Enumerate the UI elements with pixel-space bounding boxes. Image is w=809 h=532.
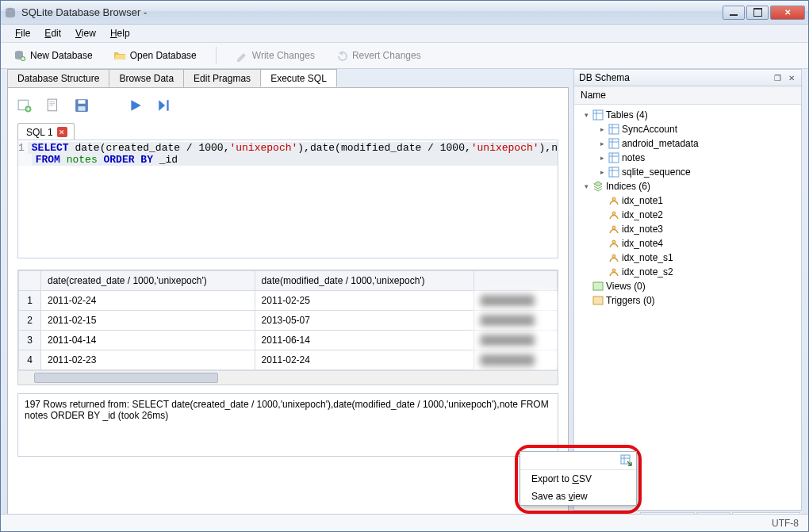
tree-table-item[interactable]: ▸android_metadata <box>576 136 799 151</box>
sql-tab-label: SQL 1 <box>26 127 53 138</box>
table-icon <box>608 166 619 178</box>
open-database-button[interactable]: Open Database <box>109 47 201 64</box>
row-number: 3 <box>19 331 41 350</box>
cell-created[interactable]: 2011-02-15 <box>41 311 255 331</box>
row-number: 4 <box>19 350 41 370</box>
expand-icon[interactable]: ▸ <box>598 154 606 162</box>
new-database-button[interactable]: New Database <box>9 47 98 64</box>
maximize-button[interactable] <box>746 6 769 20</box>
cell-modified[interactable]: 2011-06-14 <box>255 331 474 350</box>
close-button[interactable] <box>770 6 805 20</box>
run-line-icon[interactable] <box>157 98 171 113</box>
sql-editor[interactable]: 1SELECT date(created_date / 1000,'unixep… <box>17 140 558 258</box>
tab-edit-pragmas[interactable]: Edit Pragmas <box>183 69 261 87</box>
tree-index-item[interactable]: idx_note_s1 <box>576 251 799 265</box>
row-number: 2 <box>19 311 41 331</box>
menu-help[interactable]: Help <box>104 26 136 40</box>
cell-note[interactable]: ████████ <box>474 291 557 311</box>
svg-rect-22 <box>593 297 603 304</box>
results-header-2[interactable]: date(modified_date / 1000,'unixepoch') <box>255 271 474 291</box>
table-row[interactable]: 12011-02-242011-02-25████████ <box>19 291 558 311</box>
tree-table-item[interactable]: ▸sqlite_sequence <box>576 165 799 179</box>
cell-modified[interactable]: 2011-02-24 <box>255 350 474 370</box>
sql-toolbar <box>17 96 558 115</box>
titlebar: SQLite Database Browser - <box>1 1 808 25</box>
results-horizontal-scrollbar[interactable] <box>18 370 558 385</box>
tree-index-item[interactable]: idx_note4 <box>576 236 799 251</box>
table-row[interactable]: 22011-02-152013-05-07████████ <box>19 311 558 331</box>
expand-icon[interactable]: ▸ <box>598 125 606 133</box>
results-header-1[interactable]: date(created_date / 1000,'unixepoch') <box>41 271 255 291</box>
tree-tables-label: Tables (4) <box>606 109 648 121</box>
save-as-view-menuitem[interactable]: Save as view <box>520 488 636 505</box>
results-table[interactable]: date(created_date / 1000,'unixepoch') da… <box>17 270 558 385</box>
cell-created[interactable]: 2011-02-24 <box>41 291 255 311</box>
tree-column-header[interactable]: Name <box>574 86 801 105</box>
cell-created[interactable]: 2011-02-23 <box>41 350 255 370</box>
export-context-menu-highlight: Export to CSV Save as view <box>515 445 642 514</box>
tab-execute-sql[interactable]: Execute SQL <box>260 69 337 87</box>
tree-tables-node[interactable]: ▾ Tables (4) <box>576 108 799 122</box>
svg-rect-13 <box>609 153 619 163</box>
db-schema-panel-title: DB Schema ❐ ✕ <box>573 69 802 86</box>
tree-index-item[interactable]: idx_note1 <box>576 193 799 208</box>
cell-modified[interactable]: 2013-05-07 <box>255 311 474 331</box>
tree-item-label: SyncAccount <box>622 124 677 135</box>
query-status-box: 197 Rows returned from: SELECT date(crea… <box>17 393 558 457</box>
table-icon <box>608 138 619 149</box>
results-header-row: date(created_date / 1000,'unixepoch') da… <box>19 271 558 291</box>
tab-database-structure[interactable]: Database Structure <box>7 69 109 87</box>
tree-triggers-label: Triggers (0) <box>606 295 655 306</box>
revert-changes-label: Revert Changes <box>352 50 421 61</box>
export-to-csv-menuitem[interactable]: Export to CSV <box>520 470 636 488</box>
tree-views-node[interactable]: Views (0) <box>576 279 799 293</box>
run-sql-icon[interactable] <box>128 98 143 113</box>
tree-indices-node[interactable]: ▾ Indices (6) <box>576 179 799 193</box>
tree-index-item[interactable]: idx_note3 <box>576 222 799 236</box>
cell-note[interactable]: ████████ <box>474 331 557 350</box>
svg-point-0 <box>6 7 15 10</box>
menu-edit[interactable]: Edit <box>38 26 67 40</box>
close-panel-icon[interactable]: ✕ <box>787 73 796 82</box>
collapse-icon[interactable]: ▾ <box>582 111 590 119</box>
tree-views-label: Views (0) <box>606 281 646 292</box>
minimize-button[interactable] <box>723 6 745 20</box>
tree-index-item[interactable]: idx_note_s2 <box>576 265 799 279</box>
revert-changes-button: Revert Changes <box>331 47 426 64</box>
table-row[interactable]: 32011-04-142011-06-14████████ <box>19 331 558 350</box>
sql-tab-1[interactable]: SQL 1 ✕ <box>17 123 75 140</box>
results-header-3[interactable] <box>474 271 557 291</box>
revert-icon <box>335 49 348 62</box>
open-sql-file-icon[interactable] <box>46 98 60 113</box>
tree-table-item[interactable]: ▸SyncAccount <box>576 122 799 136</box>
cell-note[interactable]: ████████ <box>474 350 557 370</box>
cell-note[interactable]: ████████ <box>474 311 557 331</box>
close-sql-tab-icon[interactable]: ✕ <box>57 127 67 137</box>
window-title: SQLite Database Browser - <box>21 6 723 18</box>
tab-browse-data[interactable]: Browse Data <box>109 69 184 87</box>
table-row[interactable]: 42011-02-232011-02-24████████ <box>19 350 558 370</box>
menu-view[interactable]: View <box>69 26 102 40</box>
write-changes-button: Write Changes <box>231 47 320 64</box>
tree-index-item[interactable]: idx_note2 <box>576 208 799 222</box>
save-sql-icon[interactable] <box>75 98 89 113</box>
new-sql-tab-icon[interactable] <box>17 98 32 113</box>
cell-modified[interactable]: 2011-02-25 <box>255 291 474 311</box>
menu-file[interactable]: File <box>9 26 36 40</box>
toolbar-separator <box>216 47 217 64</box>
expand-icon[interactable]: ▸ <box>598 140 606 147</box>
svg-rect-8 <box>79 106 86 111</box>
expand-icon[interactable]: ▸ <box>598 168 606 176</box>
svg-rect-9 <box>167 100 168 111</box>
index-icon <box>608 252 619 263</box>
undock-icon[interactable]: ❐ <box>773 73 782 82</box>
tree-table-item[interactable]: ▸notes <box>576 151 799 165</box>
index-icon <box>608 209 619 220</box>
tree-triggers-node[interactable]: Triggers (0) <box>576 293 799 308</box>
collapse-icon[interactable]: ▾ <box>582 182 590 190</box>
cell-created[interactable]: 2011-04-14 <box>41 331 255 350</box>
tree-item-label: idx_note_s1 <box>622 252 673 263</box>
tree-item-label: idx_note2 <box>622 209 663 220</box>
svg-point-19 <box>612 255 615 258</box>
export-indicator-icon[interactable] <box>620 454 633 467</box>
